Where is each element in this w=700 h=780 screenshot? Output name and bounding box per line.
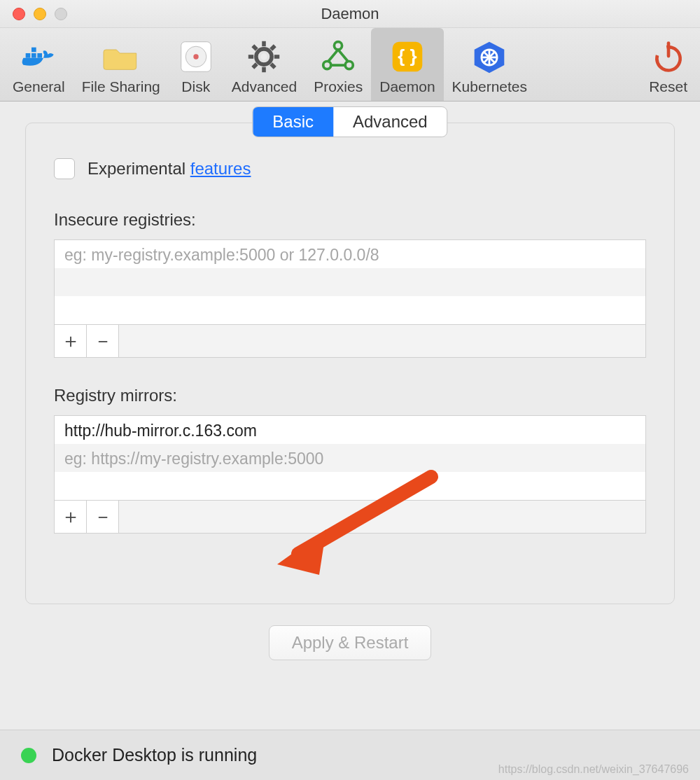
svg-line-14 — [272, 46, 276, 50]
preferences-toolbar: General File Sharing Disk — [0, 28, 700, 102]
experimental-features-link[interactable]: features — [190, 159, 251, 178]
experimental-checkbox[interactable] — [54, 158, 75, 179]
window-title: Daemon — [321, 5, 379, 23]
mirrors-remove-button[interactable]: － — [87, 501, 119, 533]
tab-daemon[interactable]: { } Daemon — [371, 28, 443, 101]
mode-segmented-control: Basic Advanced — [252, 106, 447, 137]
window-close-button[interactable] — [13, 8, 25, 20]
experimental-row: Experimental features — [54, 158, 646, 179]
tab-label: Daemon — [379, 78, 435, 95]
tab-proxies[interactable]: Proxies — [305, 28, 371, 101]
reset-label: Reset — [649, 78, 687, 95]
content-area: Basic Advanced Experimental features Ins… — [0, 102, 700, 730]
registry-mirrors-label: Registry mirrors: — [54, 386, 646, 405]
tab-kubernetes[interactable]: Kubernetes — [444, 28, 536, 101]
insecure-add-button[interactable]: ＋ — [55, 325, 87, 357]
disk-icon — [177, 38, 215, 76]
apply-restart-button[interactable]: Apply & Restart — [269, 625, 432, 660]
whale-icon — [20, 38, 57, 76]
tab-general[interactable]: General — [4, 28, 74, 101]
kubernetes-icon — [470, 38, 508, 76]
svg-line-13 — [272, 64, 276, 68]
svg-point-19 — [345, 61, 353, 69]
tab-disk[interactable]: Disk — [169, 28, 223, 101]
experimental-label: Experimental features — [88, 159, 251, 179]
reset-button[interactable]: Reset — [640, 28, 696, 101]
svg-line-15 — [253, 64, 258, 68]
svg-rect-2 — [38, 53, 43, 58]
segment-advanced[interactable]: Advanced — [333, 107, 447, 137]
svg-rect-0 — [26, 53, 31, 58]
list-row-empty[interactable] — [55, 472, 645, 500]
tab-label: Proxies — [314, 78, 363, 95]
folder-icon — [102, 38, 140, 76]
list-row-empty[interactable] — [55, 296, 645, 324]
svg-point-18 — [323, 61, 331, 69]
svg-point-16 — [261, 53, 267, 60]
watermark-text: https://blog.csdn.net/weixin_37647696 — [498, 763, 689, 776]
svg-rect-3 — [31, 48, 36, 53]
tab-label: General — [13, 78, 65, 95]
daemon-panel: Basic Advanced Experimental features Ins… — [25, 123, 675, 604]
status-text: Docker Desktop is running — [52, 745, 257, 765]
status-indicator-icon — [21, 748, 36, 763]
list-row-empty[interactable] — [55, 268, 645, 296]
insecure-registries-label: Insecure registries: — [54, 210, 646, 230]
tab-label: Disk — [181, 78, 210, 95]
status-bar: Docker Desktop is running https://blog.c… — [0, 730, 700, 780]
titlebar: Daemon — [0, 0, 700, 28]
mirrors-add-button[interactable]: ＋ — [55, 501, 87, 533]
network-icon — [319, 38, 357, 76]
svg-point-17 — [335, 42, 342, 50]
insecure-registries-list: eg: my-registry.example:5000 or 127.0.0.… — [54, 239, 646, 358]
window-zoom-button[interactable] — [55, 8, 67, 20]
registry-mirrors-list: http://hub-mirror.c.163.com eg: https://… — [54, 415, 646, 534]
braces-icon: { } — [388, 38, 426, 76]
insecure-remove-button[interactable]: － — [87, 325, 119, 357]
tab-label: Kubernetes — [452, 78, 527, 95]
window-minimize-button[interactable] — [34, 8, 46, 20]
mirror-placeholder-row[interactable]: eg: https://my-registry.example:5000 — [55, 444, 645, 472]
svg-line-12 — [253, 46, 258, 50]
power-icon — [650, 38, 687, 76]
tab-file-sharing[interactable]: File Sharing — [74, 28, 169, 101]
svg-rect-1 — [31, 53, 36, 58]
mirror-value-row[interactable]: http://hub-mirror.c.163.com — [55, 416, 645, 444]
gear-icon — [245, 38, 283, 76]
tab-label: File Sharing — [82, 78, 160, 95]
svg-text:{ }: { } — [398, 46, 416, 66]
segment-basic[interactable]: Basic — [253, 107, 333, 137]
tab-advanced[interactable]: Advanced — [223, 28, 305, 101]
svg-point-6 — [193, 54, 198, 59]
tab-label: Advanced — [232, 78, 297, 95]
insecure-placeholder-row[interactable]: eg: my-registry.example:5000 or 127.0.0.… — [55, 240, 645, 268]
